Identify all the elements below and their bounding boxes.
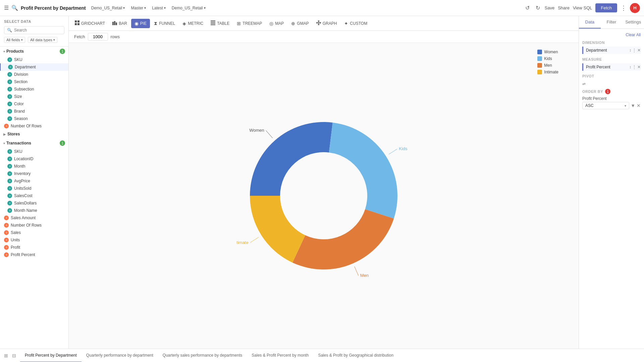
fetch-button[interactable]: Fetch [595,3,617,12]
measure-sort-button[interactable]: ↕ [629,65,631,69]
grid-view-icon[interactable]: ⊞ [3,352,9,360]
sidebar-item-month[interactable]: ⌗ Month [0,163,68,170]
teal-icon: ⌗ [7,149,12,154]
dropdown-latest[interactable]: Latest ▾ [150,5,168,11]
order-select[interactable]: ASC ▾ [582,102,629,109]
bottom-tab-sales-profit-geo[interactable]: Sales & Profit by Geographical distribut… [313,349,398,362]
treemap-button[interactable]: ⊞ TREEMAP [233,19,265,28]
sidebar-item-size[interactable]: ⌗ Size [0,93,68,100]
sidebar-item-number-of-rows-transactions[interactable]: ⌗ Number Of Rows [0,222,68,229]
gmap-button[interactable]: ⊕ GMAP [288,19,312,28]
pie-segment-intimate[interactable] [250,196,305,262]
dropdown-master[interactable]: Master ▾ [129,5,148,11]
sidebar-item-sales-amount[interactable]: ⌗ Sales Amount [0,214,68,222]
pivot-section-label: PIVOT [582,74,641,78]
custom-button[interactable]: ✦ CUSTOM [341,19,371,28]
menu-icon[interactable]: ☰ [4,5,9,11]
sidebar-item-profit-percent[interactable]: ⌗ Profit Percent [0,251,68,258]
dimension-item-department: Department ↕ ⋮ ✕ [582,47,641,54]
search-icon[interactable]: 🔍 [11,5,18,11]
redo-icon[interactable]: ↻ [534,3,541,12]
sidebar-item-salesdollars[interactable]: ⌗ SalesDollars [0,199,68,207]
sidebar-item-section[interactable]: ⌗ Section [0,78,68,85]
sidebar-item-unitssold[interactable]: ⌗ UnitsSold [0,185,68,192]
teal-icon: ⌗ [7,57,12,62]
dimension-menu-button[interactable]: ⋮ [632,48,636,53]
sidebar-item-units[interactable]: ⌗ Units [0,236,68,244]
order-remove-button[interactable]: ✕ [637,103,641,108]
pie-segment-men[interactable] [292,209,394,269]
pivot-icon: ⇌ [582,81,586,86]
sidebar-item-season[interactable]: ⌗ Season [0,115,68,122]
sidebar-item-profit[interactable]: ⌗ Profit [0,244,68,251]
sidebar-item-avgprice[interactable]: ⌗ AvgPrice [0,177,68,185]
breadcrumb-dropdowns: Demo_US_Retail ▾ Master ▾ Latest ▾ Demo_… [89,5,208,11]
measure-item-profit-percent: Profit Percent ↕ ⋮ ✕ [582,63,641,71]
dimension-label-department: Department [586,48,627,53]
view-sql-button[interactable]: View SQL [573,5,592,10]
save-button[interactable]: Save [545,5,555,10]
bottom-tab-profit-percent[interactable]: Profit Percent by Department [20,349,82,362]
teal-icon: ⌗ [7,109,12,114]
pie-button[interactable]: ◉ PIE [131,19,150,28]
sidebar-item-number-of-rows-products[interactable]: ⌗ Number Of Rows [0,122,68,130]
sidebar-item-sales[interactable]: ⌗ Sales [0,229,68,236]
sidebar-item-sku-products[interactable]: ⌗ SKU [0,56,68,63]
metric-button[interactable]: ◈ METRIC [179,19,207,28]
tab-filter[interactable]: Filter [601,16,623,28]
all-data-types-filter[interactable]: All data types ▾ [28,37,57,43]
svg-rect-3 [77,23,79,25]
search-input[interactable] [14,28,61,33]
clear-all-button[interactable]: Clear All [626,33,641,37]
dimension-sort-button[interactable]: ↕ [629,48,631,53]
sidebar-item-locationid[interactable]: ⌗ LocationID [0,155,68,163]
dropdown-demo-us-retail-2[interactable]: Demo_US_Retail ▾ [170,5,208,11]
bottom-tab-quarterly-dept[interactable]: Quarterly performance by department [82,349,158,362]
sidebar-item-department[interactable]: ⌗ Department [0,63,68,71]
order-filter-button[interactable]: ▼ [631,103,635,108]
sidebar-item-subsection[interactable]: ⌗ Subsection [0,85,68,93]
section-header-transactions[interactable]: ▾ Transactions 1 [0,138,68,148]
sidebar-item-sku-transactions[interactable]: ⌗ SKU [0,148,68,155]
more-options-icon[interactable]: ⋮ [621,4,627,12]
bar-button[interactable]: BAR [109,18,130,28]
sidebar: SELECT DATA 🔍 All fields ▾ All data type… [0,16,69,349]
fetch-input[interactable] [88,33,108,41]
legend-label-men: Men [544,63,552,68]
bottom-tab-sales-profit-month[interactable]: Sales & Profit Percent by month [247,349,313,362]
list-view-icon[interactable]: ⊟ [11,352,17,360]
bottom-tab-quarterly-sales-dept[interactable]: Quarterly sales performance by departmen… [158,349,247,362]
dimension-actions: ↕ ⋮ ✕ [629,48,641,53]
measure-remove-button[interactable]: ✕ [637,65,641,69]
table-button[interactable]: TABLE [207,18,233,28]
top-bar: ☰ 🔍 Profit Percent by Department Demo_US… [0,0,644,16]
map-icon: ◎ [269,21,273,26]
section-header-stores[interactable]: ▶ Stores [0,130,68,138]
svg-rect-8 [211,22,215,22]
tab-settings[interactable]: Settings [622,16,644,28]
sidebar-item-monthname[interactable]: ⌗ Month Name [0,207,68,214]
sidebar-item-color[interactable]: ⌗ Color [0,100,68,108]
measure-menu-button[interactable]: ⋮ [632,65,636,69]
section-header-products[interactable]: ▾ Products 1 [0,47,68,56]
gridchart-button[interactable]: GRIDCHART [71,18,108,28]
avatar[interactable]: H [630,3,640,13]
share-button[interactable]: Share [558,5,570,10]
all-fields-filter[interactable]: All fields ▾ [4,37,25,43]
sidebar-item-inventory[interactable]: ⌗ Inventory [0,170,68,177]
funnel-button[interactable]: ⧗ FUNNEL [151,18,178,28]
undo-icon[interactable]: ↺ [524,3,531,12]
search-box-icon: 🔍 [7,28,12,33]
sidebar-item-division[interactable]: ⌗ Division [0,71,68,78]
search-box[interactable]: 🔍 [4,26,64,34]
dimension-remove-button[interactable]: ✕ [637,48,641,53]
legend-label-kids: Kids [544,56,552,61]
tab-data[interactable]: Data [579,16,601,28]
dropdown-demo-us-retail-1[interactable]: Demo_US_Retail ▾ [89,5,127,11]
graph-button[interactable]: GRAPH [313,18,340,28]
sidebar-item-brand[interactable]: ⌗ Brand [0,108,68,115]
map-button[interactable]: ◎ MAP [266,19,287,28]
pie-segment-women[interactable] [250,122,333,196]
teal-icon: ⌗ [7,164,12,169]
sidebar-item-salescost[interactable]: ⌗ SalesCost [0,192,68,199]
